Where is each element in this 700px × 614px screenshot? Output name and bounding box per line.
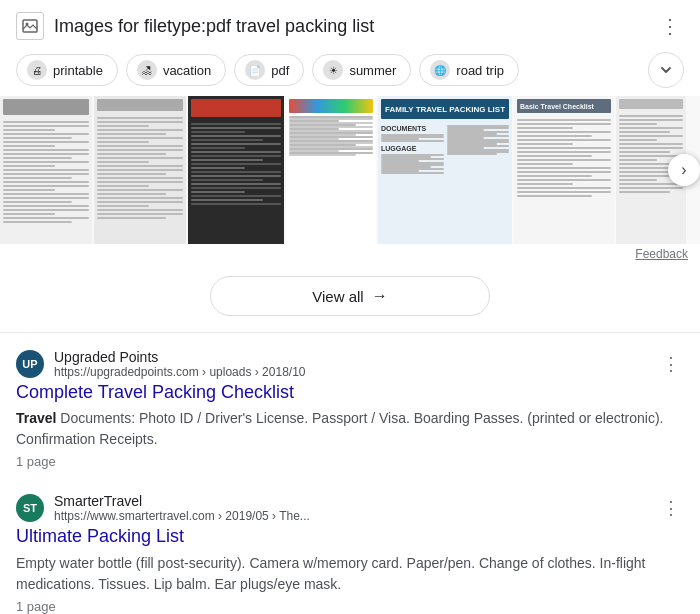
feedback-label[interactable]: Feedback xyxy=(0,244,700,264)
filter-chips: 🖨 printable 🏖 vacation 📄 pdf ☀ summer 🌐 … xyxy=(0,48,700,96)
view-all-row: View all → xyxy=(0,264,700,332)
svg-rect-0 xyxy=(23,20,37,32)
result-header-1: UP Upgraded Points https://upgradedpoint… xyxy=(16,349,684,379)
chip-road-trip[interactable]: 🌐 road trip xyxy=(419,54,519,86)
result-title-1[interactable]: Complete Travel Packing Checklist xyxy=(16,381,684,404)
result-favicon-1: UP xyxy=(16,350,44,378)
view-all-arrow: → xyxy=(372,287,388,305)
chip-printable-label: printable xyxy=(53,63,103,78)
result-snippet-bold-1: Travel xyxy=(16,410,56,426)
chip-summer-icon: ☀ xyxy=(323,60,343,80)
header: Images for filetype:pdf travel packing l… xyxy=(0,0,700,48)
chip-pdf-icon: 📄 xyxy=(245,60,265,80)
chip-pdf[interactable]: 📄 pdf xyxy=(234,54,304,86)
view-all-button[interactable]: View all → xyxy=(210,276,490,316)
image-strip: FAMILY TRAVEL PACKING LIST DOCUMENTS LUG… xyxy=(0,96,700,244)
result-site-name-1: Upgraded Points xyxy=(54,349,648,365)
result-source-info-2: SmarterTravel https://www.smartertravel.… xyxy=(54,493,648,523)
result-url-2: https://www.smartertravel.com › 2019/05 … xyxy=(54,509,648,523)
page-title: Images for filetype:pdf travel packing l… xyxy=(54,16,646,37)
result-title-2[interactable]: Ultimate Packing List xyxy=(16,525,684,548)
result-snippet-rest-2: Empty water bottle (fill post-security).… xyxy=(16,555,645,592)
result-more-button-2[interactable]: ⋮ xyxy=(658,493,684,523)
chip-vacation-icon: 🏖 xyxy=(137,60,157,80)
result-header-2: ST SmarterTravel https://www.smartertrav… xyxy=(16,493,684,523)
result-source-info-1: Upgraded Points https://upgradedpoints.c… xyxy=(54,349,648,379)
chip-summer[interactable]: ☀ summer xyxy=(312,54,411,86)
image-thumb-1[interactable] xyxy=(0,96,92,244)
chip-pdf-label: pdf xyxy=(271,63,289,78)
search-results: UP Upgraded Points https://upgradedpoint… xyxy=(0,341,700,614)
image-thumb-3[interactable] xyxy=(188,96,284,244)
image-thumb-6[interactable]: Basic Travel Checklist xyxy=(514,96,614,244)
chip-road-trip-icon: 🌐 xyxy=(430,60,450,80)
header-more-button[interactable]: ⋮ xyxy=(656,12,684,40)
image-thumb-2[interactable] xyxy=(94,96,186,244)
divider xyxy=(0,332,700,333)
image-thumb-4[interactable] xyxy=(286,96,376,244)
chip-road-trip-label: road trip xyxy=(456,63,504,78)
chip-printable-icon: 🖨 xyxy=(27,60,47,80)
result-meta-1: 1 page xyxy=(16,454,684,469)
view-all-label: View all xyxy=(312,288,363,305)
chip-vacation-label: vacation xyxy=(163,63,211,78)
chips-expand-button[interactable] xyxy=(648,52,684,88)
result-url-1: https://upgradedpoints.com › uploads › 2… xyxy=(54,365,648,379)
result-meta-2: 1 page xyxy=(16,599,684,614)
next-image-button[interactable]: › xyxy=(668,154,700,186)
chip-printable[interactable]: 🖨 printable xyxy=(16,54,118,86)
result-site-name-2: SmarterTravel xyxy=(54,493,648,509)
result-item-2: ST SmarterTravel https://www.smartertrav… xyxy=(16,493,684,613)
result-item-1: UP Upgraded Points https://upgradedpoint… xyxy=(16,349,684,469)
result-snippet-2: Empty water bottle (fill post-security).… xyxy=(16,553,684,595)
image-strip-inner: FAMILY TRAVEL PACKING LIST DOCUMENTS LUG… xyxy=(0,96,700,244)
chip-vacation[interactable]: 🏖 vacation xyxy=(126,54,226,86)
images-icon xyxy=(16,12,44,40)
result-snippet-rest-1: Documents: Photo ID / Driver's License. … xyxy=(16,410,664,447)
image-thumb-5[interactable]: FAMILY TRAVEL PACKING LIST DOCUMENTS LUG… xyxy=(378,96,512,244)
result-more-button-1[interactable]: ⋮ xyxy=(658,349,684,379)
result-snippet-1: Travel Documents: Photo ID / Driver's Li… xyxy=(16,408,684,450)
chip-summer-label: summer xyxy=(349,63,396,78)
result-favicon-2: ST xyxy=(16,494,44,522)
